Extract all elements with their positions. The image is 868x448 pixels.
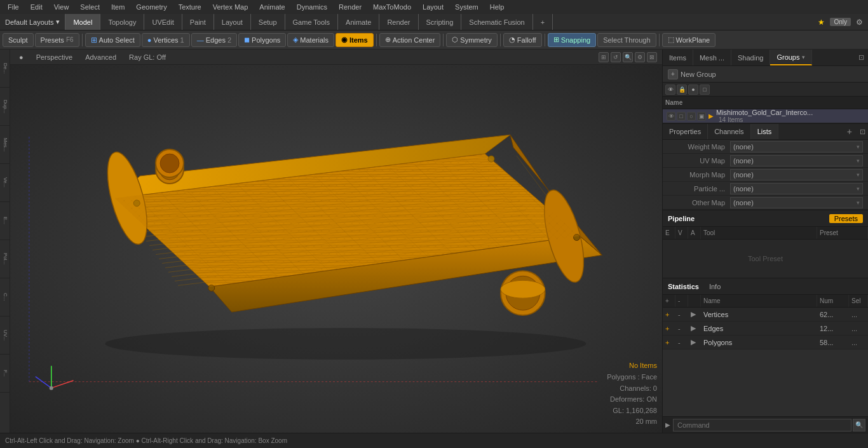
viewport-icon-3[interactable]: 🔍 bbox=[623, 52, 633, 62]
select-through-button[interactable]: Select Through bbox=[597, 33, 656, 47]
tab-layout[interactable]: Layout bbox=[214, 14, 251, 30]
tab-model[interactable]: Model bbox=[65, 14, 100, 30]
left-tab-c[interactable]: C... bbox=[0, 278, 10, 316]
tab-scripting[interactable]: Scripting bbox=[419, 14, 462, 30]
stats-arr-vertices[interactable]: ▶ bbox=[688, 310, 701, 318]
stats-minus-polygons[interactable]: - bbox=[675, 339, 688, 346]
viewport-icon-4[interactable]: ⚙ bbox=[635, 52, 645, 62]
stats-info-tab[interactable]: Info bbox=[704, 283, 726, 290]
stats-plus-polygons[interactable]: + bbox=[663, 339, 675, 346]
viewport-raygl[interactable]: Ray GL: Off bbox=[125, 52, 170, 62]
tab-render[interactable]: Render bbox=[379, 14, 418, 30]
polygons-button[interactable]: ◼ Polygons bbox=[238, 33, 286, 47]
stats-plus-vertices[interactable]: + bbox=[663, 311, 675, 318]
tab-shading[interactable]: Shading bbox=[731, 50, 770, 65]
falloff-button[interactable]: ◔ Falloff bbox=[503, 33, 542, 47]
left-tab-dup[interactable]: Dup... bbox=[0, 88, 10, 126]
menu-select[interactable]: Select bbox=[75, 2, 105, 12]
uv-map-dropdown[interactable]: (none) ▾ bbox=[730, 155, 863, 166]
tab-topology[interactable]: Topology bbox=[100, 14, 144, 30]
left-tab-mes[interactable]: Mes... bbox=[0, 126, 10, 164]
menu-layout[interactable]: Layout bbox=[417, 2, 449, 12]
scene-tb-eye[interactable]: 👁 bbox=[665, 85, 675, 95]
snapping-button[interactable]: ⊞ Snapping bbox=[548, 33, 597, 47]
layout-dropdown[interactable]: Default Layouts ▾ bbox=[0, 14, 65, 30]
expand-icon[interactable]: ▶ bbox=[709, 112, 714, 119]
menu-system[interactable]: System bbox=[450, 2, 484, 12]
workplane-button[interactable]: ⬚ WorkPlane bbox=[662, 33, 716, 47]
tab-schematic-fusion[interactable]: Schematic Fusion bbox=[461, 14, 532, 30]
stats-arr-polygons[interactable]: ▶ bbox=[688, 338, 701, 346]
presets-button[interactable]: Presets F6 bbox=[35, 33, 79, 47]
tab-lists[interactable]: Lists bbox=[751, 124, 779, 139]
pipeline-presets-button[interactable]: Presets bbox=[829, 214, 863, 223]
auto-select-button[interactable]: ⊞ Auto Select bbox=[85, 33, 140, 47]
menu-vertex-map[interactable]: Vertex Map bbox=[208, 2, 254, 12]
tab-mesh[interactable]: Mesh ... bbox=[693, 50, 731, 65]
items-button[interactable]: ◉ Items bbox=[336, 33, 374, 47]
menu-item[interactable]: Item bbox=[106, 2, 130, 12]
other-map-dropdown[interactable]: (none) ▾ bbox=[730, 197, 863, 208]
viewport-icon-2[interactable]: ↺ bbox=[611, 52, 621, 62]
menu-render[interactable]: Render bbox=[334, 2, 367, 12]
scene-item-lock[interactable]: □ bbox=[677, 112, 686, 121]
add-tab-button[interactable]: + bbox=[842, 126, 857, 137]
command-input[interactable] bbox=[673, 419, 851, 431]
tab-game-tools[interactable]: Game Tools bbox=[285, 14, 339, 30]
scene-tb-box[interactable]: □ bbox=[700, 85, 710, 95]
scene-item-1[interactable]: 👁 □ ○ ▣ ▶ Mishimoto_Gold_Car_Interco... … bbox=[663, 109, 868, 123]
viewport-perspective[interactable]: Perspective bbox=[32, 52, 76, 62]
viewport-advanced[interactable]: Advanced bbox=[81, 52, 120, 62]
left-tab-ve[interactable]: Ve... bbox=[0, 164, 10, 202]
tab-animate[interactable]: Animate bbox=[338, 14, 379, 30]
morph-map-dropdown[interactable]: (none) ▾ bbox=[730, 169, 863, 180]
menu-geometry[interactable]: Geometry bbox=[131, 2, 172, 12]
left-tab-em[interactable]: E... bbox=[0, 202, 10, 240]
menu-help[interactable]: Help bbox=[485, 2, 510, 12]
action-center-button[interactable]: ⊕ Action Center bbox=[379, 33, 441, 47]
sculpt-button[interactable]: Sculpt bbox=[3, 33, 34, 47]
tab-properties[interactable]: Properties bbox=[663, 124, 708, 139]
stats-minus-edges[interactable]: - bbox=[675, 325, 688, 332]
left-tab-pol[interactable]: Pol... bbox=[0, 240, 10, 278]
tab-groups[interactable]: Groups▾ bbox=[770, 50, 812, 65]
menu-dynamics[interactable]: Dynamics bbox=[292, 2, 332, 12]
viewport-canvas[interactable]: No Items Polygons : Face Channels: 0 Def… bbox=[10, 65, 662, 433]
menu-animate[interactable]: Animate bbox=[254, 2, 290, 12]
menu-view[interactable]: View bbox=[49, 2, 74, 12]
materials-button[interactable]: ◈ Materials bbox=[287, 33, 334, 47]
gear-icon[interactable]: ⚙ bbox=[856, 18, 863, 27]
viewport-mode-dot[interactable]: ● bbox=[15, 52, 27, 62]
viewport[interactable]: ● Perspective Advanced Ray GL: Off ⊞ ↺ 🔍… bbox=[10, 50, 662, 433]
left-tab-f[interactable]: F... bbox=[0, 355, 10, 393]
star-button[interactable]: ★ bbox=[818, 18, 825, 27]
symmetry-button[interactable]: ⬡ Symmetry bbox=[446, 33, 498, 47]
tab-setup[interactable]: Setup bbox=[251, 14, 285, 30]
left-tab-de[interactable]: De... bbox=[0, 50, 10, 88]
tab-channels[interactable]: Channels bbox=[708, 124, 750, 139]
menu-maxtomodo[interactable]: MaxToModo bbox=[368, 2, 416, 12]
menu-texture[interactable]: Texture bbox=[173, 2, 207, 12]
only-badge[interactable]: Only bbox=[830, 18, 851, 26]
tab-items[interactable]: Items bbox=[663, 50, 693, 65]
particle-dropdown[interactable]: (none) ▾ bbox=[730, 183, 863, 194]
groups-expand-button[interactable]: ⊡ bbox=[855, 53, 868, 62]
scene-item-type[interactable]: ▣ bbox=[697, 112, 706, 121]
stats-plus-edges[interactable]: + bbox=[663, 325, 675, 332]
scene-tb-lock[interactable]: 🔒 bbox=[677, 85, 687, 95]
command-search-button[interactable]: 🔍 bbox=[853, 419, 865, 431]
stats-arr-edges[interactable]: ▶ bbox=[688, 324, 701, 332]
left-tab-uv[interactable]: UV... bbox=[0, 316, 10, 355]
vertices-button[interactable]: ● Vertices 1 bbox=[142, 33, 190, 47]
tab-uvedit[interactable]: UVEdit bbox=[144, 14, 182, 30]
scene-item-eye[interactable]: 👁 bbox=[667, 112, 675, 121]
edges-button[interactable]: — Edges 2 bbox=[191, 33, 237, 47]
viewport-icon-1[interactable]: ⊞ bbox=[599, 52, 609, 62]
stats-minus-vertices[interactable]: - bbox=[675, 311, 688, 318]
prop-expand-button[interactable]: ⊡ bbox=[857, 128, 868, 136]
tab-paint[interactable]: Paint bbox=[182, 14, 214, 30]
scene-item-render[interactable]: ○ bbox=[687, 112, 696, 121]
menu-file[interactable]: File bbox=[3, 2, 24, 12]
tab-add[interactable]: + bbox=[533, 14, 553, 30]
menu-edit[interactable]: Edit bbox=[25, 2, 48, 12]
